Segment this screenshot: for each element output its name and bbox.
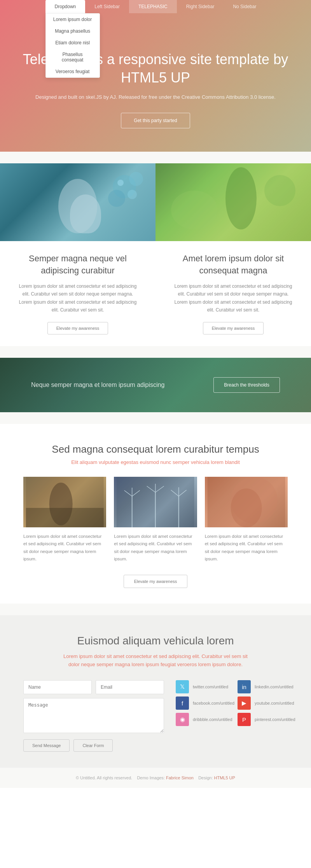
col-image-3	[205, 477, 288, 527]
social-dribbble[interactable]: ◉ dribbble.com/untitled	[176, 713, 234, 726]
social-pinterest[interactable]: P pinterest.com/untitled	[238, 713, 295, 726]
pinterest-label: pinterest.com/untitled	[255, 717, 295, 722]
social-youtube[interactable]: ▶ youtube.com/untitled	[238, 696, 295, 710]
three-col-heading: Sed magna consequat lorem curabitur temp…	[23, 443, 288, 455]
footer-design-label: Design:	[198, 775, 213, 780]
three-col-button[interactable]: Elevate my awareness	[124, 575, 188, 588]
col-image-1	[23, 477, 106, 527]
nav-item-label: TELEPHASIC	[138, 4, 168, 9]
footer-demo-label: Demo Images:	[137, 775, 165, 780]
col-item-2-text: Lorem ipsum dolor sit amet consectetur e…	[114, 533, 197, 563]
col-image-1-svg	[23, 477, 106, 527]
contact-form: Send Message Clear Form	[23, 680, 164, 752]
banner-text: Neque semper magna et lorem ipsum adipis…	[31, 382, 206, 388]
contact-description: Lorem ipsum dolor sit amet consectetur e…	[62, 653, 249, 669]
dropdown-item-3[interactable]: Etiam dolore nisl	[46, 37, 100, 49]
section-divider-2	[0, 346, 311, 358]
footer-copyright: © Untitled. All rights reserved.	[76, 775, 132, 780]
col-item-2: Lorem ipsum dolor sit amet consectetur e…	[114, 477, 197, 563]
left-col-heading: Semper magna neque vel adipiscing curabi…	[16, 253, 140, 277]
right-col-heading: Amet lorem ipsum dolor sit consequat mag…	[171, 253, 295, 277]
youtube-label: youtube.com/untitled	[255, 701, 294, 705]
footer-demo-link[interactable]: Fabrice Simon	[166, 775, 194, 780]
nav-no-sidebar[interactable]: No Sidebar	[224, 0, 266, 13]
twitter-icon: 𝕏	[176, 680, 189, 693]
footer: © Untitled. All rights reserved. Demo Im…	[0, 767, 311, 788]
right-col-image	[156, 163, 311, 241]
right-col-body: Lorem ipsum dolor sit amet consectetur e…	[171, 282, 295, 314]
banner-button[interactable]: Breach the thresholds	[213, 377, 280, 393]
dropdown-menu: Lorem ipsum dolor Magna phasellus Etiam …	[45, 13, 100, 78]
nav-left-sidebar[interactable]: Left Sidebar	[85, 0, 129, 13]
left-col-button[interactable]: Elevate my awareness	[47, 322, 108, 334]
social-links: 𝕏 twitter.com/untitled in linkedin.com/u…	[176, 680, 288, 726]
section-divider-4	[0, 604, 311, 615]
hero-cta-button[interactable]: Get this party started	[121, 113, 190, 128]
social-twitter[interactable]: 𝕏 twitter.com/untitled	[176, 680, 234, 693]
facebook-label: facebook.com/untitled	[193, 701, 234, 705]
youtube-icon: ▶	[238, 696, 251, 710]
col-item-1-text: Lorem ipsum dolor sit amet consectetur e…	[23, 533, 106, 563]
nav-item-label: No Sidebar	[233, 4, 256, 9]
clear-form-button[interactable]: Clear Form	[73, 739, 113, 752]
svg-point-4	[117, 180, 124, 186]
nav-dropdown-label: Dropdown	[55, 4, 76, 9]
dropdown-item-5[interactable]: Veroeros feugiat	[46, 66, 100, 77]
social-facebook[interactable]: f facebook.com/untitled	[176, 696, 234, 710]
linkedin-icon: in	[238, 680, 251, 693]
right-col: Amet lorem ipsum dolor sit consequat mag…	[156, 163, 311, 346]
two-col-section: Semper magna neque vel adipiscing curabi…	[0, 163, 311, 346]
footer-design-link[interactable]: HTML5 UP	[214, 775, 235, 780]
nav-dropdown[interactable]: Dropdown Lorem ipsum dolor Magna phasell…	[45, 0, 86, 13]
dropdown-item-2[interactable]: Magna phasellus	[46, 25, 100, 37]
nav-telephasic[interactable]: TELEPHASIC	[129, 0, 177, 13]
svg-point-8	[264, 175, 295, 206]
contact-heading: Euismod aliquam vehicula lorem	[23, 635, 288, 647]
nav-item-label: Left Sidebar	[94, 4, 120, 9]
nav-wrapper: Dropdown Lorem ipsum dolor Magna phasell…	[0, 0, 311, 13]
left-col-image	[0, 163, 156, 241]
social-linkedin[interactable]: in linkedin.com/untitled	[238, 680, 295, 693]
facebook-icon: f	[176, 696, 189, 710]
email-input[interactable]	[96, 680, 164, 694]
svg-point-1	[129, 172, 143, 186]
left-col-body: Lorem ipsum dolor sit amet consectetur e…	[16, 282, 140, 314]
form-buttons: Send Message Clear Form	[23, 739, 164, 752]
twitter-label: twitter.com/untitled	[193, 684, 228, 689]
footer-text: © Untitled. All rights reserved. Demo Im…	[23, 775, 288, 780]
contact-inner: Send Message Clear Form 𝕏 twitter.com/un…	[23, 680, 288, 752]
form-row-name-email	[23, 680, 164, 694]
col-item-3-text: Lorem ipsum dolor sit amet consectetur e…	[205, 533, 288, 563]
svg-point-7	[225, 167, 257, 229]
pinterest-icon: P	[238, 713, 251, 726]
col-item-1: Lorem ipsum dolor sit amet consectetur e…	[23, 477, 106, 563]
left-col: Semper magna neque vel adipiscing curabi…	[0, 163, 156, 346]
section-divider-1	[0, 152, 311, 163]
right-col-button[interactable]: Elevate my awareness	[203, 322, 264, 334]
message-input[interactable]	[23, 698, 164, 733]
right-image-svg	[156, 163, 311, 241]
col-image-3-svg	[205, 477, 288, 527]
contact-section: Euismod aliquam vehicula lorem Lorem ips…	[0, 615, 311, 768]
dribbble-label: dribbble.com/untitled	[193, 717, 232, 722]
three-col-grid: Lorem ipsum dolor sit amet consectetur e…	[23, 477, 288, 563]
linkedin-label: linkedin.com/untitled	[255, 684, 294, 689]
section-divider-3	[0, 412, 311, 424]
dropdown-item-1[interactable]: Lorem ipsum dolor	[46, 14, 100, 25]
dribbble-icon: ◉	[176, 713, 189, 726]
three-col-section: Sed magna consequat lorem curabitur temp…	[0, 424, 311, 604]
hero-section: Dropdown Lorem ipsum dolor Magna phasell…	[0, 0, 311, 152]
three-col-subtitle: Elit aliquam vulputate egestas euismod n…	[23, 459, 288, 465]
banner-section: Neque semper magna et lorem ipsum adipis…	[0, 358, 311, 412]
svg-point-5	[58, 179, 97, 233]
nav-right-sidebar[interactable]: Right Sidebar	[177, 0, 224, 13]
svg-point-2	[108, 190, 125, 207]
nav-item-label: Right Sidebar	[186, 4, 215, 9]
svg-point-3	[128, 190, 137, 199]
dropdown-item-4[interactable]: Phasellus consequat	[46, 49, 100, 66]
send-message-button[interactable]: Send Message	[23, 739, 70, 752]
col-image-2-svg	[114, 477, 197, 527]
name-input[interactable]	[23, 680, 92, 694]
left-col-content: Semper magna neque vel adipiscing curabi…	[0, 241, 156, 346]
svg-point-9	[171, 191, 218, 229]
